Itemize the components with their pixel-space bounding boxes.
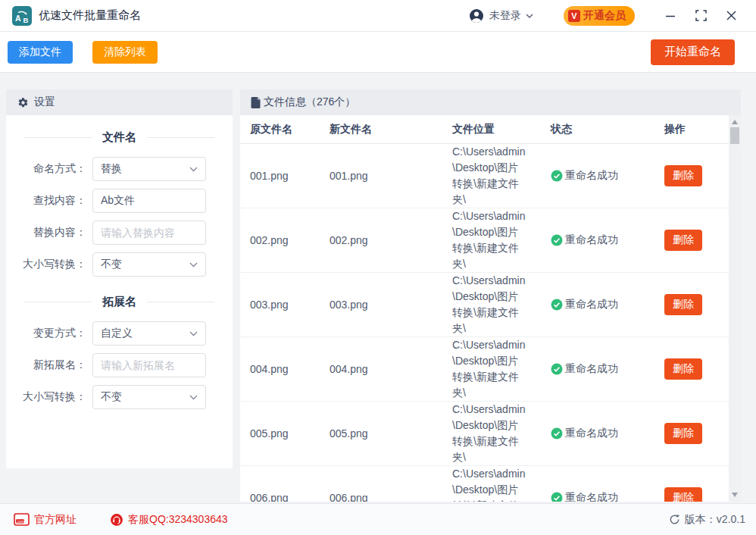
refresh-icon [669,514,680,525]
app-title: 优速文件批量重命名 [39,8,141,23]
field-find-content: 查找内容： [6,189,233,213]
svg-text:B: B [23,15,29,23]
minimize-icon [665,11,676,21]
close-button[interactable] [720,5,742,27]
file-table-body: 001.png 001.png C:\Users\admin\Desktop\图… [240,144,729,502]
table-row: 002.png 002.png C:\Users\admin\Desktop\图… [240,208,729,273]
status-text: 重命名成功 [565,233,618,247]
file-info-title: 文件信息（276个） [264,95,355,109]
cell-original-name: 006.png [250,492,330,502]
delete-button[interactable]: 删除 [664,487,702,502]
status-text: 重命名成功 [565,362,618,376]
close-icon [726,11,736,20]
svg-text:.com: .com [17,520,24,524]
cell-status: 重命名成功 [551,298,664,311]
clear-list-button[interactable]: 清除列表 [92,41,158,64]
start-rename-button[interactable]: 开始重命名 [651,39,735,65]
cell-operation: 删除 [664,165,729,186]
footer: .com 官方网址 客服QQ:3234303643 版本：v2.0.1 [0,503,756,535]
version-info: 版本：v2.0.1 [669,513,745,527]
app-window: A B 优速文件批量重命名 未登录 V [0,0,756,535]
cell-file-path: C:\Users\admin\Desktop\图片转换\新建文件夹\ [452,337,528,401]
cell-new-name: 003.png [330,299,452,311]
scroll-down-icon[interactable] [732,493,738,497]
maximize-icon [695,10,707,21]
svg-text:A: A [15,13,21,22]
cell-operation: 删除 [664,487,729,502]
new-extension-input[interactable] [92,353,206,377]
table-row: 005.png 005.png C:\Users\admin\Desktop\图… [240,402,729,466]
chevron-down-icon [189,262,198,268]
table-row: 001.png 001.png C:\Users\admin\Desktop\图… [240,144,729,208]
file-info-panel: 文件信息（276个） 原文件名 新文件名 文件位置 状态 操作 001.png … [240,89,741,502]
delete-button[interactable]: 删除 [664,423,702,444]
field-change-method: 变更方式： 自定义 [6,321,233,346]
headset-icon [110,513,123,527]
cell-status: 重命名成功 [551,427,664,440]
success-check-icon [551,299,563,311]
customer-service-qq-link[interactable]: 客服QQ:3234303643 [110,513,228,527]
cell-file-path: C:\Users\admin\Desktop\图片转换\新建文件夹\ [452,402,528,465]
replace-content-input[interactable] [92,221,206,245]
cell-original-name: 003.png [250,299,330,311]
cell-original-name: 005.png [250,427,330,440]
cell-new-name: 006.png [330,492,452,502]
open-vip-button[interactable]: V 开通会员 [564,6,635,26]
chevron-down-icon [526,14,533,18]
success-check-icon [551,363,563,375]
minimize-button[interactable] [659,5,682,27]
change-method-select[interactable]: 自定义 [92,321,206,346]
scrollbar-thumb[interactable] [730,127,739,144]
col-file-location: 文件位置 [452,123,551,136]
col-new-name: 新文件名 [330,123,452,136]
maximize-button[interactable] [689,5,712,27]
file-info-header: 文件信息（276个） [240,89,741,115]
vip-icon: V [568,10,580,22]
titlebar: A B 优速文件批量重命名 未登录 V [0,0,756,32]
field-replace-content: 替换内容： [6,221,233,245]
website-dotcom-icon: .com [14,513,30,526]
official-website-link[interactable]: .com 官方网址 [14,513,77,527]
cell-status: 重命名成功 [551,362,664,376]
case-convert-name-select[interactable]: 不变 [92,252,206,277]
section-filename: 文件名 [6,130,233,145]
settings-panel-title: 设置 [34,95,55,109]
cell-file-path: C:\Users\admin\Desktop\图片转换\新建文件夹\ [452,208,528,272]
delete-button[interactable]: 删除 [664,358,702,380]
settings-panel: 设置 文件名 命名方式： 替换 查找内容： 替换内容： 大小写转换： 不变 [6,89,233,468]
cell-file-path: C:\Users\admin\Desktop\图片转换\新建文件夹\ [452,273,528,336]
cell-new-name: 001.png [330,170,452,182]
col-operation: 操作 [664,123,729,136]
cell-operation: 删除 [664,358,729,380]
section-extension: 拓展名 [6,295,233,309]
cell-operation: 删除 [664,423,729,444]
delete-button[interactable]: 删除 [664,294,702,315]
table-scrollbar[interactable] [729,115,741,502]
status-text: 重命名成功 [565,491,618,502]
find-content-input[interactable] [92,189,206,213]
version-text: 版本：v2.0.1 [685,513,745,527]
table-header: 原文件名 新文件名 文件位置 状态 操作 [240,115,729,144]
case-convert-ext-select[interactable]: 不变 [92,385,206,409]
naming-method-select[interactable]: 替换 [92,157,206,181]
delete-button[interactable]: 删除 [664,230,702,251]
success-check-icon [551,234,563,246]
settings-panel-header: 设置 [6,89,233,115]
success-check-icon [551,427,563,440]
add-files-button[interactable]: 添加文件 [8,41,73,64]
user-menu[interactable]: 未登录 [469,8,533,23]
cell-new-name: 004.png [330,363,452,375]
cell-file-path: C:\Users\admin\Desktop\图片转换\新建文件夹\ [452,144,528,208]
field-new-extension: 新拓展名： [6,353,233,377]
scroll-up-icon[interactable] [732,120,738,124]
document-icon [251,97,261,108]
field-naming-method: 命名方式： 替换 [6,157,233,181]
cell-status: 重命名成功 [551,169,664,183]
status-text: 重命名成功 [565,169,618,183]
cell-new-name: 002.png [330,234,452,246]
cell-operation: 删除 [664,230,729,251]
window-controls [651,5,742,27]
delete-button[interactable]: 删除 [664,165,702,186]
success-check-icon [551,170,563,182]
gear-icon [17,97,29,108]
